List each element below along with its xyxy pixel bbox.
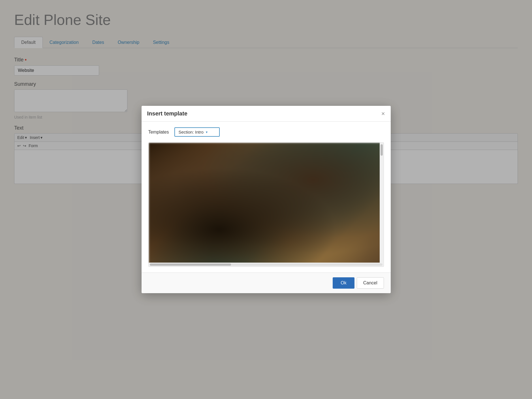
template-preview-image <box>149 143 384 267</box>
preview-scrollbar-thumb[interactable] <box>150 263 231 266</box>
dialog-body: Templates Section: Intro ▾ <box>142 122 391 273</box>
insert-template-dialog: Insert template × Templates Section: Int… <box>142 106 391 293</box>
preview-vertical-scrollbar[interactable] <box>380 143 384 263</box>
dialog-header: Insert template × <box>142 106 391 122</box>
ok-button[interactable]: Ok <box>333 277 354 289</box>
dialog-title: Insert template <box>147 110 187 117</box>
template-preview-container <box>148 142 384 267</box>
dialog-close-button[interactable]: × <box>381 111 385 117</box>
preview-horizontal-scrollbar[interactable] <box>149 263 384 267</box>
dropdown-arrow-icon: ▾ <box>206 130 208 134</box>
selected-template-label: Section: Intro <box>178 130 203 134</box>
preview-scrollbar-track <box>150 263 383 266</box>
templates-row: Templates Section: Intro ▾ <box>148 127 384 137</box>
template-select-dropdown[interactable]: Section: Intro ▾ <box>174 127 220 137</box>
modal-overlay[interactable]: Insert template × Templates Section: Int… <box>0 0 532 399</box>
templates-label: Templates <box>148 130 169 135</box>
dialog-footer: Ok Cancel <box>142 273 391 293</box>
preview-vscrollbar-thumb[interactable] <box>381 144 383 156</box>
cancel-button[interactable]: Cancel <box>357 277 384 289</box>
